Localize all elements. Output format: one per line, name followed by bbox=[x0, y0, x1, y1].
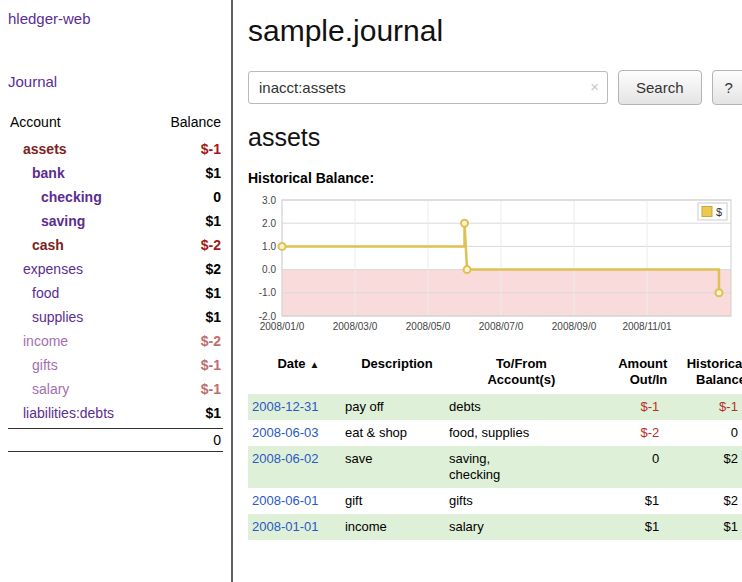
account-row: income$-2 bbox=[8, 329, 223, 353]
account-link[interactable]: food bbox=[10, 284, 59, 302]
help-button[interactable]: ? bbox=[712, 70, 742, 105]
historical-balance-chart: 3.02.01.00.0-1.0-2.02008/01/02008/03/020… bbox=[248, 192, 736, 340]
svg-text:1.0: 1.0 bbox=[262, 241, 276, 252]
cell-date: 2008-06-02 bbox=[248, 446, 345, 488]
account-link[interactable]: assets bbox=[10, 140, 67, 158]
svg-text:2008/09/0: 2008/09/0 bbox=[552, 321, 597, 332]
account-link[interactable]: bank bbox=[10, 164, 65, 182]
transaction-date-link[interactable]: 2008-06-03 bbox=[252, 425, 319, 440]
search-input-wrap: × bbox=[248, 71, 608, 104]
account-link[interactable]: gifts bbox=[10, 356, 58, 374]
cell-balance: $1 bbox=[667, 514, 742, 540]
cell-description: eat & shop bbox=[345, 420, 449, 446]
account-link[interactable]: salary bbox=[10, 380, 69, 398]
account-balance: $-2 bbox=[201, 236, 221, 254]
transaction-date-link[interactable]: 2008-01-01 bbox=[252, 519, 319, 534]
accounts-header-account: Account bbox=[10, 114, 61, 130]
register-header-date[interactable]: Date▲ bbox=[248, 352, 345, 394]
data-point-marker bbox=[279, 243, 286, 250]
account-balance: $-1 bbox=[201, 140, 221, 158]
account-row: expenses$2 bbox=[8, 257, 223, 281]
account-link[interactable]: checking bbox=[10, 188, 102, 206]
account-balance: $-2 bbox=[201, 332, 221, 350]
register-row: 2008-06-03eat & shopfood, supplies$-20 bbox=[248, 420, 742, 446]
search-button[interactable]: Search bbox=[618, 70, 702, 105]
account-balance: $2 bbox=[205, 260, 221, 278]
clear-search-icon[interactable]: × bbox=[590, 78, 599, 96]
accounts-total-row: 0 bbox=[8, 428, 223, 452]
account-row: salary$-1 bbox=[8, 377, 223, 401]
register-row: 2008-12-31pay offdebts$-1$-1 bbox=[248, 394, 742, 420]
legend-swatch bbox=[702, 207, 712, 217]
accounts-header: Account Balance bbox=[8, 114, 223, 137]
cell-date: 2008-06-03 bbox=[248, 420, 345, 446]
register-row: 2008-06-01giftgifts$1$2 bbox=[248, 488, 742, 514]
sort-asc-icon: ▲ bbox=[310, 359, 320, 370]
account-balance: $1 bbox=[205, 308, 221, 326]
account-balance: $1 bbox=[205, 164, 221, 182]
cell-amount: $1 bbox=[594, 514, 667, 540]
account-balance: $1 bbox=[205, 212, 221, 230]
svg-text:-2.0: -2.0 bbox=[259, 311, 277, 322]
cell-amount: $1 bbox=[594, 488, 667, 514]
account-balance: $-1 bbox=[201, 356, 221, 374]
account-link[interactable]: liabilities:debts bbox=[10, 404, 114, 422]
cell-balance: $2 bbox=[667, 488, 742, 514]
transaction-date-link[interactable]: 2008-12-31 bbox=[252, 399, 319, 414]
accounts-header-balance: Balance bbox=[170, 114, 221, 130]
cell-balance: $2 bbox=[667, 446, 742, 488]
data-point-marker bbox=[461, 220, 468, 227]
main-content: sample.journal × Search ? assets Histori… bbox=[233, 0, 742, 582]
cell-description: save bbox=[345, 446, 449, 488]
svg-text:2008/03/0: 2008/03/0 bbox=[333, 321, 378, 332]
svg-text:2.0: 2.0 bbox=[262, 218, 276, 229]
app-title-link[interactable]: hledger-web bbox=[8, 10, 223, 27]
account-balance: $1 bbox=[205, 284, 221, 302]
register-header-amount: AmountOut/In bbox=[594, 352, 667, 394]
account-row: supplies$1 bbox=[8, 305, 223, 329]
account-link[interactable]: cash bbox=[10, 236, 64, 254]
search-input[interactable] bbox=[248, 71, 608, 104]
search-bar: × Search ? bbox=[248, 70, 742, 105]
register-table: Date▲DescriptionTo/FromAccount(s)AmountO… bbox=[248, 352, 742, 540]
account-link[interactable]: expenses bbox=[10, 260, 83, 278]
page-title: sample.journal bbox=[248, 14, 742, 48]
svg-text:2008/01/0: 2008/01/0 bbox=[260, 321, 305, 332]
cell-description: gift bbox=[345, 488, 449, 514]
cell-date: 2008-06-01 bbox=[248, 488, 345, 514]
cell-date: 2008-12-31 bbox=[248, 394, 345, 420]
accounts-total-value: 0 bbox=[213, 432, 221, 448]
account-link[interactable]: income bbox=[10, 332, 68, 350]
cell-accounts: salary bbox=[449, 514, 594, 540]
nav-journal-link[interactable]: Journal bbox=[8, 73, 223, 90]
cell-accounts: debts bbox=[449, 394, 594, 420]
sidebar: hledger-web Journal Account Balance asse… bbox=[0, 0, 233, 582]
account-row: cash$-2 bbox=[8, 233, 223, 257]
svg-text:2008/11/01: 2008/11/01 bbox=[622, 321, 672, 332]
register-header-balance: HistoricalBalance bbox=[667, 352, 742, 394]
cell-date: 2008-01-01 bbox=[248, 514, 345, 540]
cell-description: income bbox=[345, 514, 449, 540]
register-row: 2008-06-02savesaving, checking0$2 bbox=[248, 446, 742, 488]
data-point-marker bbox=[715, 289, 722, 296]
svg-text:-1.0: -1.0 bbox=[259, 287, 277, 298]
account-link[interactable]: supplies bbox=[10, 308, 83, 326]
register-header-row: Date▲DescriptionTo/FromAccount(s)AmountO… bbox=[248, 352, 742, 394]
account-row: saving$1 bbox=[8, 209, 223, 233]
transaction-date-link[interactable]: 2008-06-02 bbox=[252, 451, 319, 466]
cell-balance: $-1 bbox=[667, 394, 742, 420]
transaction-date-link[interactable]: 2008-06-01 bbox=[252, 493, 319, 508]
accounts-list: assets$-1bank$1checking0saving$1cash$-2e… bbox=[8, 137, 223, 425]
register-header-description: Description bbox=[345, 352, 449, 394]
account-row: liabilities:debts$1 bbox=[8, 401, 223, 425]
account-row: gifts$-1 bbox=[8, 353, 223, 377]
svg-text:3.0: 3.0 bbox=[262, 195, 276, 206]
data-point-marker bbox=[464, 266, 471, 273]
register-header-accounts: To/FromAccount(s) bbox=[449, 352, 594, 394]
legend-label: $ bbox=[716, 206, 722, 218]
cell-amount: $-2 bbox=[594, 420, 667, 446]
account-row: bank$1 bbox=[8, 161, 223, 185]
account-row: assets$-1 bbox=[8, 137, 223, 161]
cell-balance: 0 bbox=[667, 420, 742, 446]
account-link[interactable]: saving bbox=[10, 212, 85, 230]
